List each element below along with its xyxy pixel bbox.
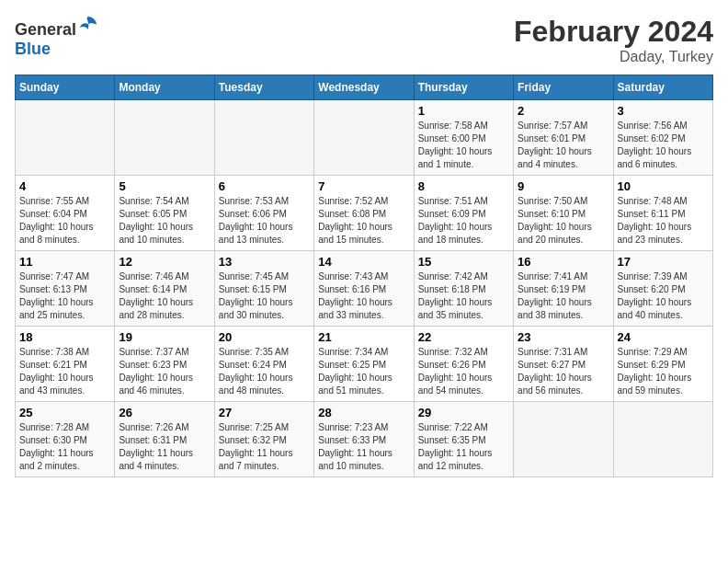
logo-general: General: [15, 20, 76, 39]
day-number: 2: [518, 104, 609, 118]
day-number: 29: [418, 406, 509, 419]
day-info: Sunrise: 7:26 AM Sunset: 6:31 PM Dayligh…: [119, 421, 210, 473]
day-info: Sunrise: 7:23 AM Sunset: 6:33 PM Dayligh…: [318, 421, 409, 473]
calendar-table: SundayMondayTuesdayWednesdayThursdayFrid…: [15, 75, 713, 477]
day-number: 11: [19, 255, 110, 269]
day-cell: 5Sunrise: 7:54 AM Sunset: 6:05 PM Daylig…: [115, 176, 214, 251]
day-number: 13: [219, 255, 310, 269]
day-number: 15: [418, 255, 509, 269]
day-info: Sunrise: 7:41 AM Sunset: 6:19 PM Dayligh…: [518, 270, 609, 322]
day-info: Sunrise: 7:45 AM Sunset: 6:15 PM Dayligh…: [219, 270, 310, 322]
title-block: February 2024 Daday, Turkey: [514, 15, 713, 65]
logo-blue: Blue: [15, 40, 51, 58]
logo-text: General Blue: [15, 15, 98, 59]
week-row-4: 18Sunrise: 7:38 AM Sunset: 6:21 PM Dayli…: [16, 327, 713, 402]
day-cell: 11Sunrise: 7:47 AM Sunset: 6:13 PM Dayli…: [16, 251, 115, 327]
day-info: Sunrise: 7:46 AM Sunset: 6:14 PM Dayligh…: [119, 270, 210, 322]
day-cell: [16, 100, 115, 176]
day-info: Sunrise: 7:51 AM Sunset: 6:09 PM Dayligh…: [418, 195, 509, 247]
day-info: Sunrise: 7:29 AM Sunset: 6:29 PM Dayligh…: [618, 346, 709, 397]
day-cell: 21Sunrise: 7:34 AM Sunset: 6:25 PM Dayli…: [314, 327, 414, 402]
day-info: Sunrise: 7:58 AM Sunset: 6:00 PM Dayligh…: [418, 120, 509, 171]
day-cell: 10Sunrise: 7:48 AM Sunset: 6:11 PM Dayli…: [613, 176, 712, 251]
day-cell: [314, 100, 414, 176]
day-number: 28: [318, 406, 409, 419]
day-cell: [214, 100, 313, 176]
day-info: Sunrise: 7:25 AM Sunset: 6:32 PM Dayligh…: [219, 421, 310, 473]
day-number: 20: [219, 330, 310, 344]
day-cell: 24Sunrise: 7:29 AM Sunset: 6:29 PM Dayli…: [613, 327, 712, 402]
day-cell: [613, 402, 712, 477]
day-number: 19: [119, 330, 210, 344]
day-cell: 19Sunrise: 7:37 AM Sunset: 6:23 PM Dayli…: [115, 327, 214, 402]
day-number: 26: [119, 406, 210, 419]
day-info: Sunrise: 7:39 AM Sunset: 6:20 PM Dayligh…: [618, 270, 709, 322]
day-cell: 29Sunrise: 7:22 AM Sunset: 6:35 PM Dayli…: [414, 402, 513, 477]
week-row-3: 11Sunrise: 7:47 AM Sunset: 6:13 PM Dayli…: [16, 251, 713, 327]
day-cell: 25Sunrise: 7:28 AM Sunset: 6:30 PM Dayli…: [16, 402, 115, 477]
day-cell: 27Sunrise: 7:25 AM Sunset: 6:32 PM Dayli…: [214, 402, 313, 477]
day-cell: 12Sunrise: 7:46 AM Sunset: 6:14 PM Dayli…: [115, 251, 214, 327]
day-info: Sunrise: 7:22 AM Sunset: 6:35 PM Dayligh…: [418, 421, 509, 473]
day-info: Sunrise: 7:37 AM Sunset: 6:23 PM Dayligh…: [119, 346, 210, 397]
day-cell: 15Sunrise: 7:42 AM Sunset: 6:18 PM Dayli…: [414, 251, 513, 327]
day-number: 21: [318, 330, 409, 344]
col-header-sunday: Sunday: [16, 75, 115, 100]
day-number: 3: [618, 104, 709, 118]
day-cell: 28Sunrise: 7:23 AM Sunset: 6:33 PM Dayli…: [314, 402, 414, 477]
day-number: 17: [618, 255, 709, 269]
week-row-5: 25Sunrise: 7:28 AM Sunset: 6:30 PM Dayli…: [16, 402, 713, 477]
day-number: 5: [119, 179, 210, 193]
day-info: Sunrise: 7:50 AM Sunset: 6:10 PM Dayligh…: [518, 195, 609, 247]
col-header-friday: Friday: [514, 75, 613, 100]
day-cell: 13Sunrise: 7:45 AM Sunset: 6:15 PM Dayli…: [214, 251, 313, 327]
logo: General Blue: [15, 15, 98, 59]
day-cell: [115, 100, 214, 176]
col-header-thursday: Thursday: [414, 75, 513, 100]
day-cell: 22Sunrise: 7:32 AM Sunset: 6:26 PM Dayli…: [414, 327, 513, 402]
day-cell: 4Sunrise: 7:55 AM Sunset: 6:04 PM Daylig…: [16, 176, 115, 251]
day-number: 23: [518, 330, 609, 344]
day-number: 10: [618, 179, 709, 193]
day-info: Sunrise: 7:55 AM Sunset: 6:04 PM Dayligh…: [19, 195, 110, 247]
day-number: 16: [518, 255, 609, 269]
header-row: SundayMondayTuesdayWednesdayThursdayFrid…: [16, 75, 713, 100]
day-info: Sunrise: 7:34 AM Sunset: 6:25 PM Dayligh…: [318, 346, 409, 397]
day-info: Sunrise: 7:57 AM Sunset: 6:01 PM Dayligh…: [518, 120, 609, 171]
day-info: Sunrise: 7:48 AM Sunset: 6:11 PM Dayligh…: [618, 195, 709, 247]
day-number: 6: [219, 179, 310, 193]
col-header-tuesday: Tuesday: [214, 75, 313, 100]
day-number: 14: [318, 255, 409, 269]
day-info: Sunrise: 7:28 AM Sunset: 6:30 PM Dayligh…: [19, 421, 110, 473]
day-cell: 20Sunrise: 7:35 AM Sunset: 6:24 PM Dayli…: [214, 327, 313, 402]
main-title: February 2024: [514, 15, 713, 49]
col-header-wednesday: Wednesday: [314, 75, 414, 100]
day-cell: 3Sunrise: 7:56 AM Sunset: 6:02 PM Daylig…: [613, 100, 712, 176]
day-number: 7: [318, 179, 409, 193]
day-info: Sunrise: 7:54 AM Sunset: 6:05 PM Dayligh…: [119, 195, 210, 247]
day-number: 25: [19, 406, 110, 419]
day-cell: 17Sunrise: 7:39 AM Sunset: 6:20 PM Dayli…: [613, 251, 712, 327]
day-info: Sunrise: 7:31 AM Sunset: 6:27 PM Dayligh…: [518, 346, 609, 397]
day-cell: [514, 402, 613, 477]
day-number: 4: [19, 179, 110, 193]
day-cell: 14Sunrise: 7:43 AM Sunset: 6:16 PM Dayli…: [314, 251, 414, 327]
logo-bird-icon: [78, 15, 98, 35]
day-number: 18: [19, 330, 110, 344]
col-header-monday: Monday: [115, 75, 214, 100]
day-number: 22: [418, 330, 509, 344]
day-cell: 2Sunrise: 7:57 AM Sunset: 6:01 PM Daylig…: [514, 100, 613, 176]
day-info: Sunrise: 7:35 AM Sunset: 6:24 PM Dayligh…: [219, 346, 310, 397]
day-cell: 18Sunrise: 7:38 AM Sunset: 6:21 PM Dayli…: [16, 327, 115, 402]
day-info: Sunrise: 7:53 AM Sunset: 6:06 PM Dayligh…: [219, 195, 310, 247]
subtitle: Daday, Turkey: [514, 49, 713, 65]
day-info: Sunrise: 7:52 AM Sunset: 6:08 PM Dayligh…: [318, 195, 409, 247]
day-cell: 23Sunrise: 7:31 AM Sunset: 6:27 PM Dayli…: [514, 327, 613, 402]
day-info: Sunrise: 7:32 AM Sunset: 6:26 PM Dayligh…: [418, 346, 509, 397]
day-cell: 9Sunrise: 7:50 AM Sunset: 6:10 PM Daylig…: [514, 176, 613, 251]
day-number: 24: [618, 330, 709, 344]
day-info: Sunrise: 7:42 AM Sunset: 6:18 PM Dayligh…: [418, 270, 509, 322]
day-info: Sunrise: 7:56 AM Sunset: 6:02 PM Dayligh…: [618, 120, 709, 171]
day-cell: 6Sunrise: 7:53 AM Sunset: 6:06 PM Daylig…: [214, 176, 313, 251]
day-cell: 26Sunrise: 7:26 AM Sunset: 6:31 PM Dayli…: [115, 402, 214, 477]
